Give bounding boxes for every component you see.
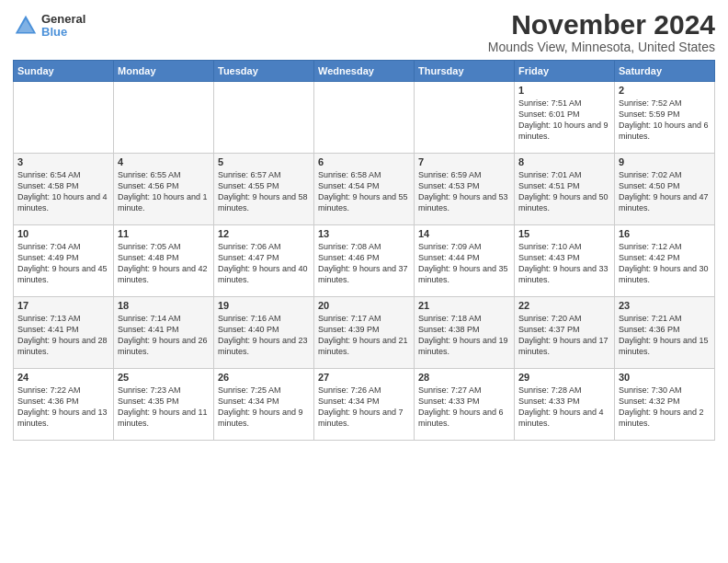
day-number: 26 bbox=[218, 372, 310, 383]
day-info: Sunrise: 7:09 AM Sunset: 4:44 PM Dayligh… bbox=[418, 241, 510, 286]
day-number: 6 bbox=[318, 156, 410, 167]
table-row: 15Sunrise: 7:10 AM Sunset: 4:43 PM Dayli… bbox=[515, 225, 615, 297]
title-block: November 2024 Mounds View, Minnesota, Un… bbox=[488, 9, 715, 54]
header: General Blue November 2024 Mounds View, … bbox=[13, 9, 715, 54]
table-row: 25Sunrise: 7:23 AM Sunset: 4:35 PM Dayli… bbox=[114, 369, 214, 441]
table-row: 18Sunrise: 7:14 AM Sunset: 4:41 PM Dayli… bbox=[114, 297, 214, 369]
logo-text: General Blue bbox=[41, 13, 85, 40]
table-row bbox=[214, 82, 314, 154]
day-number: 11 bbox=[118, 228, 210, 239]
table-row: 19Sunrise: 7:16 AM Sunset: 4:40 PM Dayli… bbox=[214, 297, 314, 369]
calendar-week-row: 3Sunrise: 6:54 AM Sunset: 4:58 PM Daylig… bbox=[14, 154, 715, 225]
day-number: 10 bbox=[17, 228, 109, 239]
table-row: 14Sunrise: 7:09 AM Sunset: 4:44 PM Dayli… bbox=[415, 225, 515, 297]
day-number: 24 bbox=[17, 372, 109, 383]
table-row: 4Sunrise: 6:55 AM Sunset: 4:56 PM Daylig… bbox=[114, 154, 214, 225]
day-number: 2 bbox=[619, 85, 711, 96]
day-number: 3 bbox=[17, 156, 109, 167]
table-row: 22Sunrise: 7:20 AM Sunset: 4:37 PM Dayli… bbox=[515, 297, 615, 369]
day-info: Sunrise: 6:57 AM Sunset: 4:55 PM Dayligh… bbox=[218, 169, 310, 214]
day-number: 28 bbox=[418, 372, 510, 383]
day-info: Sunrise: 7:06 AM Sunset: 4:47 PM Dayligh… bbox=[218, 241, 310, 286]
calendar-week-row: 17Sunrise: 7:13 AM Sunset: 4:41 PM Dayli… bbox=[14, 297, 715, 369]
table-row: 1Sunrise: 7:51 AM Sunset: 6:01 PM Daylig… bbox=[515, 82, 615, 154]
day-number: 16 bbox=[619, 228, 711, 239]
day-info: Sunrise: 7:20 AM Sunset: 4:37 PM Dayligh… bbox=[518, 313, 610, 358]
table-row: 8Sunrise: 7:01 AM Sunset: 4:51 PM Daylig… bbox=[515, 154, 615, 225]
day-info: Sunrise: 7:18 AM Sunset: 4:38 PM Dayligh… bbox=[418, 313, 510, 358]
day-info: Sunrise: 7:14 AM Sunset: 4:41 PM Dayligh… bbox=[118, 313, 210, 358]
calendar-container: General Blue November 2024 Mounds View, … bbox=[0, 0, 728, 563]
table-row: 5Sunrise: 6:57 AM Sunset: 4:55 PM Daylig… bbox=[214, 154, 314, 225]
calendar-table: Sunday Monday Tuesday Wednesday Thursday… bbox=[13, 60, 715, 441]
table-row: 7Sunrise: 6:59 AM Sunset: 4:53 PM Daylig… bbox=[415, 154, 515, 225]
day-info: Sunrise: 7:22 AM Sunset: 4:36 PM Dayligh… bbox=[17, 385, 109, 430]
day-number: 14 bbox=[418, 228, 510, 239]
table-row: 11Sunrise: 7:05 AM Sunset: 4:48 PM Dayli… bbox=[114, 225, 214, 297]
col-thursday: Thursday bbox=[415, 61, 515, 82]
day-number: 13 bbox=[318, 228, 410, 239]
day-info: Sunrise: 7:28 AM Sunset: 4:33 PM Dayligh… bbox=[518, 385, 610, 430]
day-info: Sunrise: 7:12 AM Sunset: 4:42 PM Dayligh… bbox=[619, 241, 711, 286]
table-row: 6Sunrise: 6:58 AM Sunset: 4:54 PM Daylig… bbox=[314, 154, 415, 225]
day-info: Sunrise: 6:58 AM Sunset: 4:54 PM Dayligh… bbox=[318, 169, 410, 214]
day-info: Sunrise: 7:30 AM Sunset: 4:32 PM Dayligh… bbox=[619, 385, 711, 430]
table-row: 17Sunrise: 7:13 AM Sunset: 4:41 PM Dayli… bbox=[14, 297, 114, 369]
table-row bbox=[14, 82, 114, 154]
table-row: 10Sunrise: 7:04 AM Sunset: 4:49 PM Dayli… bbox=[14, 225, 114, 297]
table-row: 30Sunrise: 7:30 AM Sunset: 4:32 PM Dayli… bbox=[615, 369, 715, 441]
day-number: 4 bbox=[118, 156, 210, 167]
day-info: Sunrise: 7:26 AM Sunset: 4:34 PM Dayligh… bbox=[318, 385, 410, 430]
day-info: Sunrise: 7:17 AM Sunset: 4:39 PM Dayligh… bbox=[318, 313, 410, 358]
day-number: 21 bbox=[418, 300, 510, 311]
col-tuesday: Tuesday bbox=[214, 61, 314, 82]
day-number: 29 bbox=[518, 372, 610, 383]
table-row bbox=[114, 82, 214, 154]
day-number: 25 bbox=[118, 372, 210, 383]
day-info: Sunrise: 7:04 AM Sunset: 4:49 PM Dayligh… bbox=[17, 241, 109, 286]
calendar-week-row: 10Sunrise: 7:04 AM Sunset: 4:49 PM Dayli… bbox=[14, 225, 715, 297]
calendar-week-row: 24Sunrise: 7:22 AM Sunset: 4:36 PM Dayli… bbox=[14, 369, 715, 441]
day-number: 8 bbox=[518, 156, 610, 167]
col-monday: Monday bbox=[114, 61, 214, 82]
table-row: 24Sunrise: 7:22 AM Sunset: 4:36 PM Dayli… bbox=[14, 369, 114, 441]
col-sunday: Sunday bbox=[14, 61, 114, 82]
day-info: Sunrise: 6:55 AM Sunset: 4:56 PM Dayligh… bbox=[118, 169, 210, 214]
table-row: 13Sunrise: 7:08 AM Sunset: 4:46 PM Dayli… bbox=[314, 225, 415, 297]
day-number: 19 bbox=[218, 300, 310, 311]
day-number: 30 bbox=[619, 372, 711, 383]
table-row: 20Sunrise: 7:17 AM Sunset: 4:39 PM Dayli… bbox=[314, 297, 415, 369]
day-info: Sunrise: 7:25 AM Sunset: 4:34 PM Dayligh… bbox=[218, 385, 310, 430]
table-row: 28Sunrise: 7:27 AM Sunset: 4:33 PM Dayli… bbox=[415, 369, 515, 441]
day-info: Sunrise: 7:08 AM Sunset: 4:46 PM Dayligh… bbox=[318, 241, 410, 286]
table-row: 21Sunrise: 7:18 AM Sunset: 4:38 PM Dayli… bbox=[415, 297, 515, 369]
day-info: Sunrise: 7:05 AM Sunset: 4:48 PM Dayligh… bbox=[118, 241, 210, 286]
day-info: Sunrise: 7:02 AM Sunset: 4:50 PM Dayligh… bbox=[619, 169, 711, 214]
table-row: 23Sunrise: 7:21 AM Sunset: 4:36 PM Dayli… bbox=[615, 297, 715, 369]
logo-general-label: General bbox=[41, 13, 85, 26]
day-info: Sunrise: 7:13 AM Sunset: 4:41 PM Dayligh… bbox=[17, 313, 109, 358]
col-friday: Friday bbox=[515, 61, 615, 82]
day-number: 20 bbox=[318, 300, 410, 311]
table-row: 26Sunrise: 7:25 AM Sunset: 4:34 PM Dayli… bbox=[214, 369, 314, 441]
table-row bbox=[415, 82, 515, 154]
table-row: 2Sunrise: 7:52 AM Sunset: 5:59 PM Daylig… bbox=[615, 82, 715, 154]
calendar-week-row: 1Sunrise: 7:51 AM Sunset: 6:01 PM Daylig… bbox=[14, 82, 715, 154]
table-row: 9Sunrise: 7:02 AM Sunset: 4:50 PM Daylig… bbox=[615, 154, 715, 225]
day-number: 22 bbox=[518, 300, 610, 311]
day-info: Sunrise: 7:10 AM Sunset: 4:43 PM Dayligh… bbox=[518, 241, 610, 286]
day-info: Sunrise: 7:52 AM Sunset: 5:59 PM Dayligh… bbox=[619, 98, 711, 143]
col-saturday: Saturday bbox=[615, 61, 715, 82]
day-number: 18 bbox=[118, 300, 210, 311]
table-row bbox=[314, 82, 415, 154]
day-info: Sunrise: 7:16 AM Sunset: 4:40 PM Dayligh… bbox=[218, 313, 310, 358]
page-subtitle: Mounds View, Minnesota, United States bbox=[488, 40, 715, 54]
logo-icon bbox=[13, 13, 39, 39]
logo-blue-label: Blue bbox=[41, 26, 85, 39]
table-row: 3Sunrise: 6:54 AM Sunset: 4:58 PM Daylig… bbox=[14, 154, 114, 225]
page-title: November 2024 bbox=[488, 9, 715, 40]
day-info: Sunrise: 7:01 AM Sunset: 4:51 PM Dayligh… bbox=[518, 169, 610, 214]
day-number: 5 bbox=[218, 156, 310, 167]
day-number: 15 bbox=[518, 228, 610, 239]
day-info: Sunrise: 7:21 AM Sunset: 4:36 PM Dayligh… bbox=[619, 313, 711, 358]
